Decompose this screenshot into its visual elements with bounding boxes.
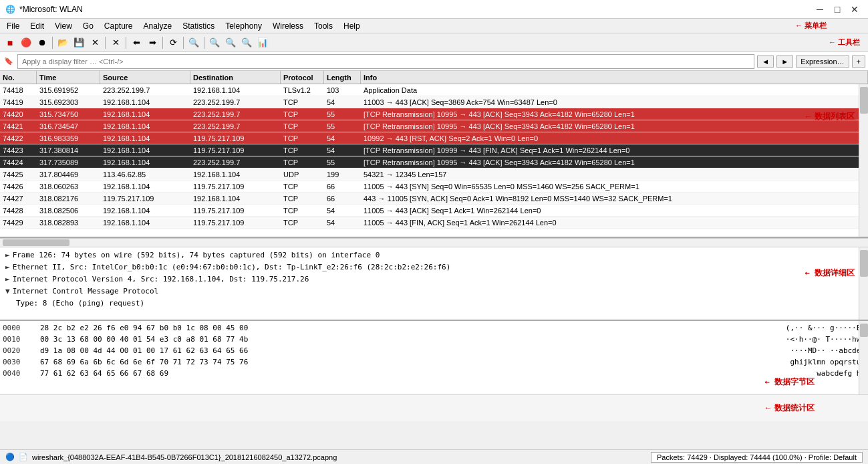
cell-dst: 192.168.1.104 xyxy=(190,195,281,203)
hex-ascii-0000: (,·· &··· g·····E· xyxy=(786,324,865,332)
hex-line-0020: 0020 d9 1a 08 00 4d 44 00 01 00 17 61 62… xyxy=(3,345,865,356)
cell-proto: TCP xyxy=(281,219,324,227)
menu-go[interactable]: Go xyxy=(78,20,99,32)
vscrollbar-packetlist[interactable] xyxy=(859,84,868,238)
close-button[interactable]: ✕ xyxy=(847,1,863,17)
minimize-button[interactable]: ─ xyxy=(812,1,828,17)
cell-proto: TCP xyxy=(281,207,324,215)
cell-src: 192.168.1.104 xyxy=(100,183,190,191)
toolbar-save[interactable]: 💾 xyxy=(71,35,86,50)
hex-offset-0000: 0000 xyxy=(3,324,29,332)
detail-text-ethernet: Ethernet II, Src: IntelCor_b0:b0:1c (e0:… xyxy=(13,263,451,271)
cell-dst: 223.252.199.7 xyxy=(190,110,281,118)
menu-capture[interactable]: Capture xyxy=(99,20,138,32)
packet-row[interactable]: 74429 318.082893 192.168.1.104 119.75.21… xyxy=(0,217,868,229)
toolbar-zoom-reset[interactable]: 🔍 xyxy=(239,35,254,50)
vscrollbar-hex-thumb xyxy=(860,324,868,337)
toolbar-close[interactable]: ✕ xyxy=(88,35,102,50)
cell-time: 316.734547 xyxy=(37,122,100,130)
menu-telephony[interactable]: Telephony xyxy=(220,20,267,32)
annotation-menubar: ← 菜单栏 xyxy=(795,21,827,31)
hex-ascii-0020: ····MD·· ··abcdef xyxy=(790,346,865,355)
detail-line-type[interactable]: Type: 8 (Echo (ping) request) xyxy=(3,297,865,309)
cell-no: 74423 xyxy=(0,146,37,154)
packet-row[interactable]: 74428 318.082506 192.168.1.104 119.75.21… xyxy=(0,205,868,217)
toolbar-zoom-in[interactable]: 🔍 xyxy=(207,35,222,50)
toolbar-search[interactable]: 🔍 xyxy=(186,35,201,50)
toolbar-columns[interactable]: 📊 xyxy=(255,35,270,50)
cell-info: 11005 → 443 [ACK] Seq=1 Ack=1 Win=262144… xyxy=(361,207,868,215)
packet-row[interactable]: 74419 315.692303 192.168.1.104 223.252.1… xyxy=(0,96,868,108)
filter-input[interactable] xyxy=(17,54,754,69)
cell-dst: 119.75.217.109 xyxy=(190,219,281,227)
packet-row[interactable]: 74427 318.082176 119.75.217.109 192.168.… xyxy=(0,193,868,205)
menu-view[interactable]: View xyxy=(49,20,78,32)
cell-len: 55 xyxy=(324,110,361,118)
cell-info: Application Data xyxy=(361,86,868,94)
vscrollbar-hex[interactable] xyxy=(859,321,868,394)
detail-line-ethernet[interactable]: ► Ethernet II, Src: IntelCor_b0:b0:1c (e… xyxy=(3,261,865,273)
expand-icon-icmp: ▼ xyxy=(5,287,10,296)
vscrollbar-detail-thumb xyxy=(860,250,868,277)
packet-row[interactable]: 74423 317.380814 192.168.1.104 119.75.21… xyxy=(0,144,868,156)
hex-offset-0040: 0040 xyxy=(3,369,29,378)
menu-file[interactable]: File xyxy=(1,20,25,32)
packet-row[interactable]: 74420 315.734750 192.168.1.104 223.252.1… xyxy=(0,108,868,120)
menu-analyze[interactable]: Analyze xyxy=(138,20,178,32)
menu-tools[interactable]: Tools xyxy=(309,20,338,32)
detail-line-frame[interactable]: ► Frame 126: 74 bytes on wire (592 bits)… xyxy=(3,249,865,261)
hex-dump: 0000 28 2c b2 e2 26 f6 e0 94 67 b0 b0 1c… xyxy=(0,321,868,394)
cell-dst: 119.75.217.109 xyxy=(190,183,281,191)
packet-list: No. Time Source Destination Protocol Len… xyxy=(0,71,868,238)
vscrollbar-detail[interactable] xyxy=(859,247,868,320)
filter-right-btn[interactable]: ► xyxy=(776,55,793,68)
packet-row[interactable]: 74426 318.060263 192.168.1.104 119.75.21… xyxy=(0,181,868,193)
menu-edit[interactable]: Edit xyxy=(25,20,49,32)
packet-row[interactable]: 74422 316.983359 192.168.1.104 119.75.21… xyxy=(0,132,868,144)
cell-dst: 119.75.217.109 xyxy=(190,146,281,154)
hscrollbar[interactable] xyxy=(0,238,868,247)
cell-src: 192.168.1.104 xyxy=(100,219,190,227)
packet-row[interactable]: 74421 316.734547 192.168.1.104 223.252.1… xyxy=(0,120,868,132)
main-wrapper: No. Time Source Destination Protocol Len… xyxy=(0,71,868,421)
cell-len: 55 xyxy=(324,122,361,130)
cell-src: 192.168.1.104 xyxy=(100,146,190,154)
toolbar-back[interactable]: ⬅ xyxy=(129,35,144,50)
toolbar-stop[interactable]: ■ xyxy=(3,35,17,50)
menu-wireless[interactable]: Wireless xyxy=(267,20,309,32)
toolbar-start[interactable]: 🔴 xyxy=(19,35,33,50)
toolbar-sep-5 xyxy=(183,37,184,49)
toolbar-zoom-out[interactable]: 🔍 xyxy=(223,35,238,50)
cell-len: 54 xyxy=(324,207,361,215)
toolbar-goto[interactable]: ⟳ xyxy=(166,35,180,50)
toolbar-restart[interactable]: ⏺ xyxy=(35,35,49,50)
packet-list-scroll[interactable]: 74418 315.691952 223.252.199.7 192.168.1… xyxy=(0,84,868,238)
cell-dst: 192.168.1.104 xyxy=(190,86,281,94)
packet-row[interactable]: 74425 317.804469 113.46.62.85 192.168.1.… xyxy=(0,168,868,181)
filter-left-btn[interactable]: ◄ xyxy=(757,55,774,68)
detail-line-ip[interactable]: ► Internet Protocol Version 4, Src: 192.… xyxy=(3,273,865,285)
toolbar-reload[interactable]: ✕ xyxy=(108,35,123,50)
menu-help[interactable]: Help xyxy=(338,20,366,32)
cell-time: 317.735089 xyxy=(37,158,100,166)
filter-add-btn[interactable]: + xyxy=(852,55,865,68)
packet-row[interactable]: 74418 315.691952 223.252.199.7 192.168.1… xyxy=(0,84,868,96)
toolbar-forward[interactable]: ➡ xyxy=(145,35,160,50)
hex-line-0030: 0030 67 68 69 6a 6b 6c 6d 6e 6f 70 71 72… xyxy=(3,356,865,368)
cell-src: 119.75.217.109 xyxy=(100,195,190,203)
cell-time: 318.082176 xyxy=(37,195,100,203)
hex-line-0010: 0010 00 3c 13 68 00 00 40 01 54 e3 c0 a8… xyxy=(3,334,865,345)
cell-no: 74424 xyxy=(0,158,37,166)
detail-line-icmp[interactable]: ▼ Internet Control Message Protocol xyxy=(3,285,865,297)
menu-statistics[interactable]: Statistics xyxy=(177,20,220,32)
cell-no: 74426 xyxy=(0,183,37,191)
toolbar-open[interactable]: 📂 xyxy=(55,35,70,50)
maximize-button[interactable]: □ xyxy=(829,1,845,17)
cell-proto: TCP xyxy=(281,110,324,118)
packet-row[interactable]: 74424 317.735089 192.168.1.104 223.252.1… xyxy=(0,156,868,168)
expression-btn[interactable]: Expression… xyxy=(796,55,849,68)
annotation-toolbar: ← 工具栏 xyxy=(829,37,865,47)
hscrollbar-thumb xyxy=(3,239,69,246)
cell-src: 192.168.1.104 xyxy=(100,98,190,106)
hex-ascii-0010: ·<·h··@· T·····hwK xyxy=(786,335,865,344)
